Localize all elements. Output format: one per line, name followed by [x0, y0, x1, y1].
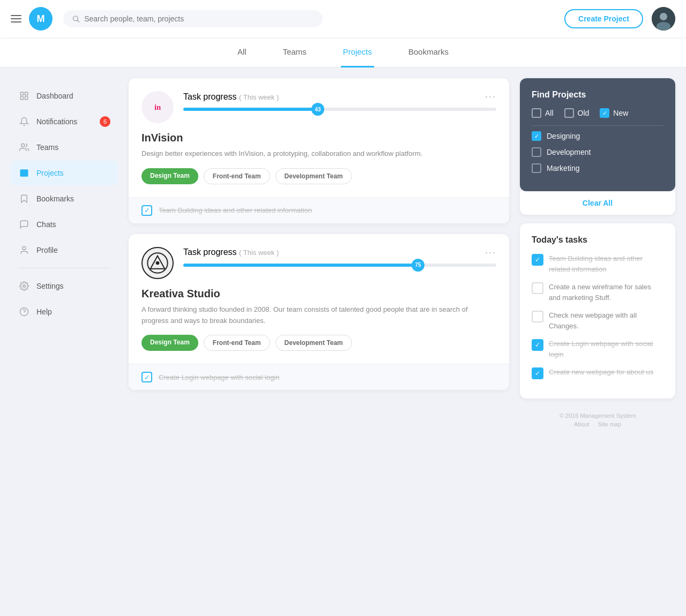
checkbox-all[interactable] — [532, 108, 541, 118]
footer-task-2: Create Login webpage with social login — [159, 373, 279, 381]
logo: M — [29, 7, 53, 31]
footer-link-sitemap[interactable]: Site map — [598, 421, 621, 427]
svg-text:in: in — [154, 103, 161, 111]
clear-all-button[interactable]: Clear All — [520, 191, 675, 215]
right-panel: Find Projects All Old New — [520, 78, 675, 433]
project-name-invision: InVision — [141, 132, 496, 144]
cat-label-development: Development — [547, 148, 591, 156]
svg-point-0 — [73, 16, 78, 21]
sidebar-label-settings: Settings — [36, 282, 64, 290]
task-text-4: Create Login webpage with social login — [549, 339, 663, 359]
create-project-button[interactable]: Create Project — [564, 9, 643, 28]
footer-check-1[interactable]: ✓ — [141, 205, 152, 216]
cat-checkbox-marketing[interactable] — [532, 163, 541, 173]
svg-point-11 — [23, 246, 26, 250]
progress-dot-1: 43 — [311, 103, 324, 116]
sidebar-item-help[interactable]: Help — [11, 299, 118, 324]
task-checkbox-2[interactable] — [532, 282, 543, 294]
main-layout: Dashboard Notifications 6 Teams — [0, 67, 686, 444]
tab-all[interactable]: All — [235, 37, 249, 67]
task-week-label-2: ( This week ) — [239, 249, 279, 257]
svg-line-1 — [77, 20, 79, 22]
search-input[interactable] — [84, 14, 314, 23]
filter-old[interactable]: Old — [564, 108, 590, 118]
project-desc-kreativa: A forward thinking studio founded in 200… — [141, 304, 496, 327]
search-icon — [72, 14, 80, 23]
header: M Create Project — [0, 0, 686, 37]
progress-bar-1: 43 — [183, 108, 496, 111]
task-item-3: Check new webpage with all Changes. — [532, 310, 663, 331]
progress-dot-2: 75 — [412, 259, 424, 272]
card-footer-invision: ✓ Team Building ideas and other related … — [129, 197, 509, 223]
tab-bookmarks[interactable]: Bookmarks — [406, 37, 451, 67]
project-card-kreativa: Task progress ( This week ) ··· 75 Kreat… — [129, 234, 509, 390]
dashboard-icon — [18, 90, 30, 102]
progress-fill-2: 75 — [183, 264, 418, 267]
notifications-icon — [18, 116, 30, 127]
svg-point-9 — [21, 144, 25, 147]
task-checkbox-4[interactable] — [532, 339, 543, 351]
progress-bar-2: 75 — [183, 264, 496, 267]
footer-check-2[interactable]: ✓ — [141, 372, 152, 382]
sidebar-item-bookmarks[interactable]: Bookmarks — [11, 186, 118, 211]
tag-design-team-1[interactable]: Design Team — [141, 168, 198, 184]
tab-teams[interactable]: Teams — [281, 37, 309, 67]
svg-point-4 — [657, 22, 670, 31]
sidebar-label-teams: Teams — [36, 143, 58, 152]
sidebar-item-notifications[interactable]: Notifications 6 — [11, 109, 118, 134]
tag-frontend-team-1[interactable]: Front-end Team — [204, 168, 270, 184]
menu-icon[interactable] — [11, 15, 21, 22]
category-development[interactable]: Development — [532, 147, 663, 157]
checkbox-old[interactable] — [564, 108, 574, 118]
progress-fill-1: 43 — [183, 108, 318, 111]
tab-projects[interactable]: Projects — [341, 37, 374, 67]
sidebar-label-dashboard: Dashboard — [36, 92, 73, 100]
svg-rect-5 — [20, 92, 23, 95]
svg-rect-6 — [25, 92, 28, 95]
invision-logo: in — [141, 91, 174, 123]
svg-rect-7 — [20, 97, 23, 100]
filter-all[interactable]: All — [532, 108, 554, 118]
tag-dev-team-2[interactable]: Development Team — [275, 335, 352, 351]
cat-checkbox-development[interactable] — [532, 147, 541, 157]
notification-badge: 6 — [100, 116, 110, 127]
svg-point-12 — [23, 285, 26, 288]
project-menu-dots-1[interactable]: ··· — [485, 91, 496, 102]
project-menu-dots-2[interactable]: ··· — [485, 247, 496, 258]
help-icon — [18, 306, 30, 318]
find-projects-wrapper: Find Projects All Old New — [520, 78, 675, 215]
footer-task-1: Team Building ideas and other related in… — [159, 206, 312, 214]
filter-new[interactable]: New — [600, 108, 628, 118]
tag-frontend-team-2[interactable]: Front-end Team — [204, 335, 270, 351]
cat-checkbox-designing[interactable] — [532, 131, 541, 141]
task-checkbox-5[interactable] — [532, 367, 543, 379]
task-week-label-1: ( This week ) — [239, 93, 279, 101]
task-checkbox-1[interactable] — [532, 254, 543, 266]
category-designing[interactable]: Designing — [532, 131, 663, 141]
bookmarks-icon — [18, 193, 30, 205]
tag-design-team-2[interactable]: Design Team — [141, 335, 198, 351]
sidebar-divider — [18, 268, 110, 268]
task-item-4: Create Login webpage with social login — [532, 339, 663, 359]
find-projects-title: Find Projects — [532, 90, 663, 100]
sidebar-item-chats[interactable]: Chats — [11, 212, 118, 237]
checkbox-new[interactable] — [600, 108, 609, 118]
todays-tasks-card: Today's tasks Team Building ideas and ot… — [520, 223, 675, 399]
svg-rect-8 — [25, 97, 28, 100]
avatar — [652, 7, 675, 31]
sidebar-item-teams[interactable]: Teams — [11, 135, 118, 160]
task-text-3: Check new webpage with all Changes. — [549, 310, 663, 331]
nav-tabs: All Teams Projects Bookmarks — [0, 37, 686, 67]
category-marketing[interactable]: Marketing — [532, 163, 663, 173]
sidebar-item-dashboard[interactable]: Dashboard — [11, 84, 118, 108]
sidebar-item-settings[interactable]: Settings — [11, 274, 118, 298]
sidebar-item-projects[interactable]: Projects — [11, 161, 118, 185]
todays-tasks-title: Today's tasks — [532, 235, 663, 245]
sidebar-item-profile[interactable]: Profile — [11, 238, 118, 262]
task-progress-label-1: Task progress ( This week ) — [183, 92, 279, 102]
task-checkbox-3[interactable] — [532, 311, 543, 322]
tag-dev-team-1[interactable]: Development Team — [275, 168, 352, 184]
team-tags-kreativa: Design Team Front-end Team Development T… — [141, 335, 496, 351]
footer-link-about[interactable]: About — [574, 421, 590, 427]
find-projects-card: Find Projects All Old New — [520, 78, 675, 191]
